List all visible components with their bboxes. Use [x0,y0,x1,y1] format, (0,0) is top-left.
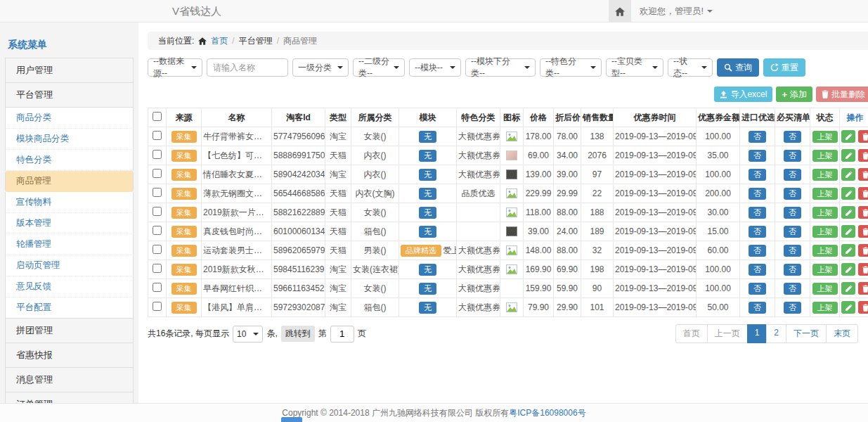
must-buy-badge[interactable]: 否 [784,169,801,181]
level1-category-select[interactable]: 一级分类 [292,58,349,77]
delete-button[interactable] [858,206,868,219]
delete-button[interactable] [858,263,868,276]
source-badge[interactable]: 采集 [171,150,197,162]
edit-button[interactable] [841,225,855,238]
module-select[interactable]: --模块-- [409,58,461,77]
status-badge[interactable]: 上架 [812,283,838,295]
module-badge[interactable]: 无 [419,169,436,181]
select-all-checkbox[interactable] [153,112,162,121]
sidebar-group[interactable]: 用户管理 [5,58,134,83]
sidebar-item[interactable]: 平台配置 [5,298,134,319]
page-button[interactable]: 末页 [826,324,858,343]
page-button[interactable]: 2 [766,324,786,343]
page-button[interactable]: 1 [747,324,767,343]
must-buy-badge[interactable]: 否 [784,302,801,314]
import-select-badge[interactable]: 否 [749,245,766,257]
import-select-badge[interactable]: 否 [749,150,766,162]
row-checkbox[interactable] [153,188,162,197]
icp-link[interactable]: 粤ICP备16098006号 [509,407,585,419]
edit-button[interactable] [841,301,855,314]
source-badge[interactable]: 采集 [171,131,197,143]
source-badge[interactable]: 采集 [171,283,197,295]
row-checkbox[interactable] [153,245,162,254]
edit-button[interactable] [841,149,855,162]
batch-delete-button[interactable]: 批量删除 [816,87,868,102]
status-badge[interactable]: 上架 [812,207,838,219]
edit-button[interactable] [841,282,855,295]
status-badge[interactable]: 上架 [812,188,838,200]
status-badge[interactable]: 上架 [812,245,838,257]
import-excel-button[interactable]: 导入excel [714,87,772,102]
row-checkbox[interactable] [153,150,162,159]
delete-button[interactable] [858,187,868,200]
row-checkbox[interactable] [153,264,162,273]
module-badge[interactable]: 无 [419,226,436,238]
edit-button[interactable] [841,130,855,143]
sidebar-item[interactable]: 轮播管理 [5,234,134,255]
import-select-badge[interactable]: 否 [749,169,766,181]
must-buy-badge[interactable]: 否 [784,188,801,200]
import-select-badge[interactable]: 否 [749,226,766,238]
module-badge[interactable]: 无 [419,302,436,314]
status-badge[interactable]: 上架 [812,226,838,238]
user-menu[interactable]: 欢迎您，管理员! [640,6,713,18]
source-badge[interactable]: 采集 [171,207,197,219]
source-badge[interactable]: 采集 [171,264,197,276]
must-buy-badge[interactable]: 否 [784,131,801,143]
delete-button[interactable] [858,301,868,314]
row-checkbox[interactable] [153,302,162,311]
sidebar-item[interactable]: 商品分类 [5,108,134,129]
row-checkbox[interactable] [153,169,162,178]
page-button[interactable]: 上一页 [707,324,748,343]
row-checkbox[interactable] [153,226,162,235]
page-size-select[interactable]: 10 [233,326,263,343]
edit-button[interactable] [841,263,855,276]
sidebar-group[interactable]: 拼团管理 [5,318,134,343]
name-input[interactable] [207,58,288,77]
import-select-badge[interactable]: 否 [749,207,766,219]
status-badge[interactable]: 上架 [812,264,838,276]
row-checkbox[interactable] [153,207,162,216]
module-badge[interactable]: 无 [419,150,436,162]
page-button[interactable]: 首页 [675,324,708,343]
module-badge[interactable]: 无 [419,264,436,276]
sidebar-item[interactable]: 意见反馈 [5,276,134,298]
row-checkbox[interactable] [153,131,162,140]
must-buy-badge[interactable]: 否 [784,207,801,219]
source-badge[interactable]: 采集 [171,245,197,257]
status-badge[interactable]: 上架 [812,169,838,181]
edit-button[interactable] [841,168,855,181]
module-badge[interactable]: 无 [419,131,436,143]
must-buy-badge[interactable]: 否 [784,226,801,238]
status-select[interactable]: --状态-- [668,58,713,77]
level2-category-select[interactable]: --二级分类-- [353,58,405,77]
must-buy-badge[interactable]: 否 [784,150,801,162]
sidebar-item[interactable]: 启动页管理 [5,255,134,276]
sidebar-item[interactable]: 商品管理 [5,171,134,192]
module-badge[interactable]: 无 [419,188,436,200]
delete-button[interactable] [858,168,868,181]
status-badge[interactable]: 上架 [812,131,838,143]
delete-button[interactable] [858,149,868,162]
module-badge[interactable]: 无 [419,283,436,295]
sidebar-group[interactable]: 平台管理 [5,82,134,108]
delete-button[interactable] [858,244,868,257]
edit-button[interactable] [841,206,855,219]
delete-button[interactable] [858,282,868,295]
must-buy-badge[interactable]: 否 [784,283,801,295]
sidebar-item[interactable]: 宣传物料 [5,192,134,213]
import-select-badge[interactable]: 否 [749,264,766,276]
home-button[interactable] [609,0,631,23]
page-input[interactable] [330,326,354,343]
row-checkbox[interactable] [153,283,162,292]
delete-button[interactable] [858,225,868,238]
import-select-badge[interactable]: 否 [749,131,766,143]
breadcrumb-home-link[interactable]: 首页 [211,35,228,47]
source-badge[interactable]: 采集 [171,302,197,314]
import-select-badge[interactable]: 否 [749,302,766,314]
edit-button[interactable] [841,187,855,200]
status-badge[interactable]: 上架 [812,302,838,314]
edit-button[interactable] [841,244,855,257]
sidebar-item[interactable]: 模块商品分类 [5,129,134,150]
delete-button[interactable] [858,130,868,143]
